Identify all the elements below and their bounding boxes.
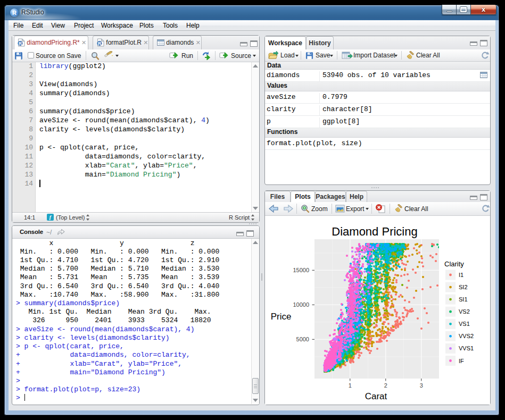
svg-text:10000: 10000 bbox=[293, 301, 309, 308]
svg-text:R: R bbox=[19, 41, 22, 46]
svg-text:VS1: VS1 bbox=[459, 321, 470, 327]
svg-text:VS2: VS2 bbox=[459, 308, 470, 315]
svg-text:SI1: SI1 bbox=[459, 296, 468, 303]
svg-text:1: 1 bbox=[349, 382, 352, 389]
svg-text:Price: Price bbox=[271, 312, 292, 322]
svg-text:R: R bbox=[98, 41, 101, 46]
svg-text:5000: 5000 bbox=[296, 336, 309, 342]
svg-text:3: 3 bbox=[420, 382, 423, 389]
svg-text:Diamond Pricing: Diamond Pricing bbox=[332, 225, 417, 238]
svg-text:15000: 15000 bbox=[293, 267, 309, 273]
svg-text:VVS2: VVS2 bbox=[459, 333, 474, 339]
svg-text:Carat: Carat bbox=[365, 391, 387, 401]
svg-text:2: 2 bbox=[384, 382, 387, 389]
svg-text:Clarity: Clarity bbox=[444, 260, 464, 268]
svg-text:SI2: SI2 bbox=[459, 284, 468, 290]
svg-text:I1: I1 bbox=[459, 272, 463, 278]
svg-text:VVS1: VVS1 bbox=[459, 345, 474, 351]
svg-text:IF: IF bbox=[459, 358, 464, 364]
